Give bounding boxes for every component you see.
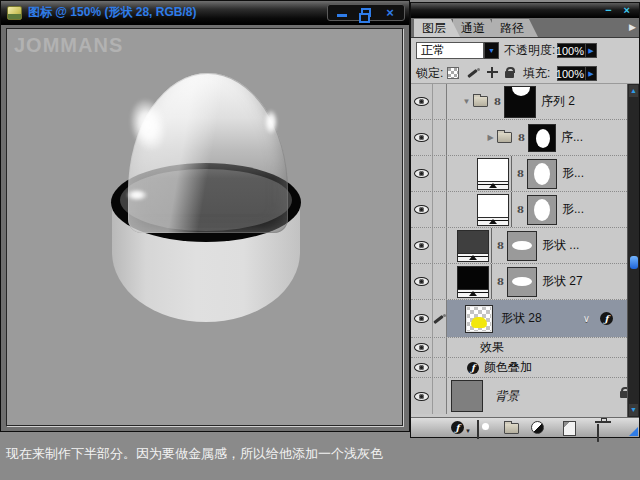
status-bar: 现在来制作下半部分。因为要做金属感，所以给他添加一个浅灰色 (6, 445, 636, 463)
fill-layer-thumbnail[interactable] (477, 194, 509, 226)
panel-minimize-button[interactable]: − (605, 5, 611, 16)
layer-row-shape[interactable]: 8 形... (411, 192, 639, 228)
vector-mask-thumbnail[interactable] (527, 195, 557, 225)
layer-row-selected[interactable]: 形状 28 ∨ ƒ (411, 300, 639, 338)
layer-name[interactable]: 形状 ... (542, 237, 579, 254)
link-cell[interactable] (433, 192, 447, 227)
scrollbar[interactable]: ▲ ▼ (627, 84, 639, 417)
background-layer-row[interactable]: 背景 (411, 378, 639, 414)
visibility-toggle[interactable] (411, 84, 433, 119)
mask-shape (512, 86, 530, 96)
layer-row-shape[interactable]: 8 形状 27 (411, 264, 639, 300)
group-mask-thumbnail[interactable] (504, 86, 536, 118)
collapse-effects-chevron-icon[interactable]: ∨ (583, 313, 590, 324)
status-text: 现在来制作下半部分。因为要做金属感，所以给他添加一个浅灰色 (6, 446, 383, 461)
document-titlebar[interactable]: 图标 @ 150% (形状 28, RGB/8) × (1, 1, 409, 25)
close-button[interactable]: × (378, 5, 402, 20)
layer-row-group[interactable]: ▶ 8 序... (411, 120, 639, 156)
layer-thumbnail-transparent[interactable] (465, 305, 493, 333)
visibility-toggle[interactable] (411, 378, 433, 414)
add-layer-mask-button[interactable] (477, 420, 479, 439)
layer-name[interactable]: 形... (562, 165, 584, 182)
visibility-toggle[interactable] (411, 358, 433, 377)
visibility-toggle[interactable] (411, 156, 433, 191)
fill-arrow-icon[interactable]: ▶ (586, 66, 597, 81)
eye-icon (414, 363, 429, 372)
visibility-toggle[interactable] (411, 120, 433, 155)
lock-row: 锁定: 填充: 100% ▶ (411, 62, 639, 84)
lock-position-icon[interactable] (487, 67, 498, 78)
layer-name[interactable]: 序列 2 (541, 93, 575, 110)
new-layer-button[interactable] (563, 421, 576, 436)
effects-header-row[interactable]: 效果 (411, 338, 639, 358)
group-mask-thumbnail[interactable] (528, 124, 556, 152)
lock-transparency-icon[interactable] (447, 67, 459, 79)
tab-paths[interactable]: 路径 (492, 19, 538, 37)
blend-mode-select[interactable]: 正常 (416, 42, 484, 59)
layer-row-shape[interactable]: 8 形... (411, 156, 639, 192)
delete-layer-button[interactable] (597, 424, 599, 442)
blend-mode-dropdown-icon[interactable]: ▼ (484, 42, 499, 59)
fill-layer-thumbnail[interactable] (457, 230, 489, 262)
document-window: 图标 @ 150% (形状 28, RGB/8) × JOMMANS (0, 0, 410, 432)
scroll-down-icon[interactable]: ▼ (629, 404, 638, 416)
vector-mask-thumbnail[interactable] (507, 231, 537, 261)
visibility-toggle[interactable] (411, 264, 433, 299)
vector-mask-thumbnail[interactable] (507, 267, 537, 297)
effect-name[interactable]: 颜色叠加 (484, 359, 532, 376)
add-layer-style-button[interactable]: ƒ ▼ (451, 421, 471, 434)
lock-all-icon[interactable] (505, 71, 514, 78)
link-cell[interactable] (433, 228, 447, 263)
restore-button[interactable] (354, 5, 378, 20)
scroll-up-icon[interactable]: ▲ (629, 85, 638, 97)
visibility-toggle[interactable] (411, 192, 433, 227)
visibility-toggle[interactable] (411, 300, 433, 337)
layer-name[interactable]: 背景 (495, 388, 519, 405)
expand-triangle-icon[interactable]: ▶ (485, 133, 496, 142)
layer-name[interactable]: 形... (562, 201, 584, 218)
opacity-field[interactable]: 100% (557, 43, 586, 58)
new-group-button[interactable] (504, 423, 519, 434)
folder-icon (497, 132, 512, 143)
effect-item-row[interactable]: ƒ 颜色叠加 (411, 358, 639, 378)
dome-highlight-lower (126, 189, 148, 201)
link-cell[interactable] (433, 338, 447, 357)
link-cell[interactable] (433, 358, 447, 377)
layer-name[interactable]: 形状 27 (542, 273, 583, 290)
window-buttons: × (327, 4, 405, 21)
panel-titlebar[interactable]: − × (411, 3, 639, 18)
active-paint-cell[interactable] (433, 300, 447, 337)
layer-name[interactable]: 序... (561, 129, 583, 146)
effect-fx-icon: ƒ (467, 362, 479, 374)
panel-menu-arrow-icon[interactable]: ▶ (629, 22, 636, 32)
fill-layer-thumbnail[interactable] (477, 158, 509, 190)
link-icon: 8 (497, 240, 504, 251)
minimize-button[interactable] (330, 5, 354, 20)
eye-icon (414, 133, 429, 142)
eye-icon (414, 314, 429, 323)
effects-label[interactable]: 效果 (480, 339, 504, 356)
collapse-triangle-icon[interactable]: ▼ (461, 97, 472, 106)
layer-name[interactable]: 形状 28 (501, 310, 542, 327)
visibility-toggle[interactable] (411, 338, 433, 357)
canvas[interactable]: JOMMANS (6, 28, 403, 426)
link-cell[interactable] (433, 378, 447, 414)
link-cell[interactable] (433, 120, 447, 155)
lock-pixels-icon[interactable] (467, 66, 480, 79)
fill-field[interactable]: 100% (557, 66, 586, 81)
scrollbar-thumb[interactable] (630, 256, 638, 269)
link-cell[interactable] (433, 84, 447, 119)
layer-effects-icon[interactable]: ƒ (600, 312, 613, 325)
panel-close-button[interactable]: × (624, 5, 630, 16)
opacity-arrow-icon[interactable]: ▶ (586, 43, 597, 58)
fill-layer-thumbnail[interactable] (457, 266, 489, 298)
visibility-toggle[interactable] (411, 228, 433, 263)
link-cell[interactable] (433, 156, 447, 191)
layer-row-group[interactable]: ▼ 8 序列 2 (411, 84, 639, 120)
vector-mask-thumbnail[interactable] (527, 159, 557, 189)
adjustment-layer-button[interactable] (531, 421, 544, 434)
panel-resize-grip[interactable] (629, 427, 638, 436)
background-thumbnail[interactable] (451, 380, 483, 412)
layer-row-shape[interactable]: 8 形状 ... (411, 228, 639, 264)
link-cell[interactable] (433, 264, 447, 299)
